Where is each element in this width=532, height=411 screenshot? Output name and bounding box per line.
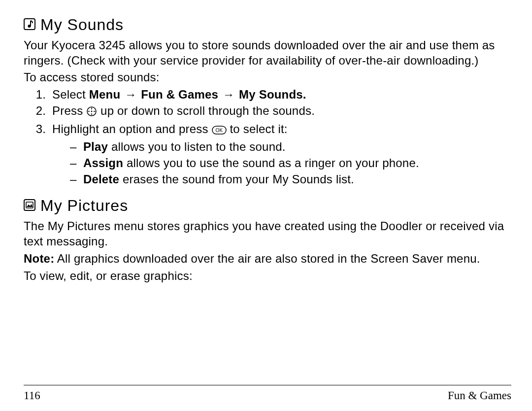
svg-point-3 (91, 110, 93, 112)
svg-text:OK: OK (215, 128, 223, 133)
step-3-options: – Play allows you to listen to the sound… (52, 139, 511, 187)
step-1: Select Menu → Fun & Games → My Sounds. (49, 87, 511, 103)
step-3: Highlight an option and press OK to sele… (49, 122, 511, 187)
page-footer: 116 Fun & Games (24, 389, 511, 402)
picture-icon (24, 196, 35, 216)
pictures-intro: The My Pictures menu stores graphics you… (24, 219, 511, 249)
heading-text: My Sounds (40, 15, 124, 35)
sounds-steps: Select Menu → Fun & Games → My Sounds. P… (24, 87, 511, 187)
svg-rect-11 (26, 202, 33, 208)
ok-key-icon: OK (212, 124, 227, 139)
nav-key-icon (86, 105, 97, 121)
page-number: 116 (24, 389, 40, 402)
step-2: Press up or down to scroll through the s… (49, 103, 511, 121)
svg-rect-0 (24, 19, 35, 30)
music-note-icon (24, 15, 35, 35)
pictures-note: Note: All graphics downloaded over the a… (24, 251, 511, 267)
option-play: – Play allows you to listen to the sound… (70, 139, 511, 155)
sounds-intro: Your Kyocera 3245 allows you to store so… (24, 38, 511, 68)
option-delete: – Delete erases the sound from your My S… (70, 172, 511, 187)
pictures-lead: To view, edit, or erase graphics: (24, 269, 511, 284)
heading-my-sounds: My Sounds (24, 15, 511, 35)
option-assign: – Assign allows you to use the sound as … (70, 156, 511, 171)
footer-section: Fun & Games (448, 389, 511, 402)
footer-rule (24, 385, 511, 385)
heading-text: My Pictures (40, 196, 128, 216)
svg-point-1 (28, 25, 31, 28)
manual-page: My Sounds Your Kyocera 3245 allows you t… (0, 0, 532, 295)
sounds-lead: To access stored sounds: (24, 70, 511, 85)
heading-my-pictures: My Pictures (24, 196, 511, 216)
